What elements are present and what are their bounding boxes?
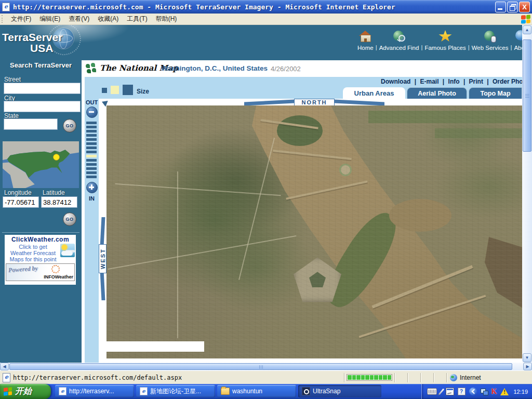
scroll-up-button[interactable]: ▲ [523,25,531,34]
zoom-level-bar[interactable] [86,147,97,149]
clock[interactable]: 12:19 [512,389,528,395]
menu-favorites[interactable]: 收藏(A) [94,14,123,24]
taskbar-item-map-forum[interactable]: e 新地图论坛-卫星... [136,385,215,397]
horizontal-scrollbar-thumb[interactable] [9,363,512,370]
title-bar[interactable]: e http://terraserver.microsoft.com - Mic… [0,0,532,14]
horizontal-scrollbar[interactable]: ◀ ▶ [0,363,532,370]
action-links: Download | E-mail | Info | Print | Order… [380,78,522,85]
nav-item-web-services[interactable]: Web Services [472,30,509,51]
link-info[interactable]: Info [448,78,460,85]
zoom-level-bar[interactable] [86,130,97,132]
zoom-level-bar[interactable] [86,122,97,124]
antivirus-icon[interactable]: K [491,388,497,395]
collapse-tray-icon[interactable] [469,388,477,395]
zoom-level-bar[interactable] [86,134,97,137]
zoom-level-bar[interactable] [86,138,97,141]
zoom-level-bar[interactable] [86,167,97,170]
weather-ad[interactable]: ClickWeather.com Click to get Weather Fo… [5,235,76,285]
link-download[interactable]: Download [381,78,410,85]
links-separator: | [463,78,465,85]
nav-item-advanced-find[interactable]: Advanced Find [379,30,419,51]
ime-pad-icon[interactable] [446,388,454,395]
nav-label: Advanced Find [379,45,419,51]
zoom-level-bar[interactable] [86,159,97,162]
start-button[interactable]: 开始 [0,384,51,399]
latitude-input[interactable] [41,196,77,208]
size-small-button[interactable] [102,88,107,93]
scroll-left-button[interactable]: ◀ [0,363,9,370]
longitude-input[interactable] [3,196,39,208]
nav-item-famous-places[interactable]: Famous Places [424,30,466,51]
city-input[interactable] [4,101,81,112]
ie-icon: e [140,387,148,395]
pen-icon[interactable] [438,388,444,395]
tab-aerial-photo[interactable]: Aerial Photo [407,87,467,99]
tab-topo-map[interactable]: Topo Map [469,87,522,99]
size-large-button[interactable] [123,85,133,95]
zoom-out-button[interactable] [86,107,98,118]
zoom-in-button[interactable] [86,182,98,193]
potomac-river [107,105,522,358]
nav-item-home[interactable]: Home [357,30,374,51]
ie-document-icon: e [2,3,10,11]
zoom-level-bar[interactable] [86,126,97,128]
nav-item-about[interactable]: About [514,30,522,51]
start-label: 开始 [15,386,32,397]
taskbar-item-ultrasnap[interactable]: UltraSnap [298,385,381,397]
taskbar-item-terraserver[interactable]: e http://terraserv... [55,385,134,397]
menu-bar: 文件(F) 编辑(E) 查看(V) 收藏(A) 工具(T) 帮助(H) [0,14,532,25]
vertical-scrollbar[interactable]: ▲ ▼ [522,25,532,363]
menu-help[interactable]: 帮助(H) [152,14,181,24]
zoom-level-bar-current[interactable] [86,155,97,157]
size-medium-button[interactable] [111,86,119,94]
mall-panel [435,128,522,138]
minus-icon [89,111,94,113]
search-go-button[interactable]: GO [63,119,76,132]
weather-ad-site[interactable]: ClickWeather.com [6,236,75,243]
terraserver-logo-usa[interactable]: USA [30,42,53,55]
pan-west-indicator[interactable]: WEST [99,217,107,300]
zoom-level-bar[interactable] [86,176,97,178]
coords-go-button[interactable]: GO [63,212,76,226]
weather-ad-line3: Maps for this point [6,256,60,262]
search-title: Search TerraServer [0,61,82,69]
street-input[interactable] [4,83,81,94]
link-print[interactable]: Print [469,78,483,85]
zoom-out-label: OUT [85,99,99,105]
alert-icon[interactable]: ! [500,388,509,395]
taskbar-item-washuntun[interactable]: washuntun [217,385,296,397]
scroll-right-button[interactable]: ▶ [523,363,532,370]
ultrasnap-icon [302,387,310,395]
menu-tools[interactable]: 工具(T) [123,14,151,24]
link-email[interactable]: E-mail [420,78,438,85]
usa-locator-map[interactable] [3,141,79,188]
network-icon[interactable] [481,389,488,395]
folder-icon [221,388,230,395]
menu-file[interactable]: 文件(F) [7,14,35,24]
tab-urban-areas[interactable]: Urban Areas [343,87,405,99]
zoom-level-bar[interactable] [86,171,97,174]
zoom-level-bar[interactable] [86,163,97,166]
help-icon[interactable]: ? [458,388,466,395]
minimize-button[interactable] [495,2,506,12]
zoom-level-bar[interactable] [86,142,97,145]
restore-button[interactable] [507,2,518,12]
links-separator: | [487,78,488,85]
link-order-photo[interactable]: Order Photo [493,78,522,85]
nav-label: Web Services [472,45,509,51]
zoom-level-bar[interactable] [86,151,97,153]
aerial-photo[interactable] [107,105,522,358]
roosevelt-bridge [273,150,352,160]
menu-grip[interactable] [2,15,4,23]
vertical-scrollbar-thumb[interactable] [523,39,531,152]
photo-edge-gap [99,341,204,352]
weather-icon [60,244,75,257]
nav-label: Home [357,45,374,51]
menu-edit[interactable]: 编辑(E) [35,14,64,24]
size-label: Size [137,88,149,95]
keyboard-icon[interactable] [427,388,437,395]
scroll-down-button[interactable]: ▼ [523,353,531,362]
state-input[interactable] [4,118,58,130]
close-button[interactable]: X [519,2,530,12]
menu-view[interactable]: 查看(V) [64,14,94,24]
